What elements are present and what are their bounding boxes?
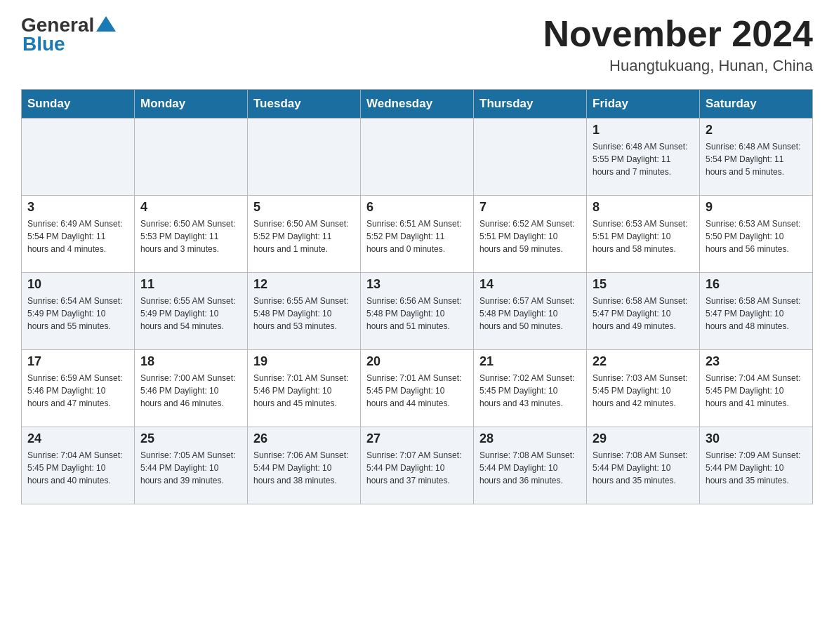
day-info: Sunrise: 7:02 AM Sunset: 5:45 PM Dayligh… — [479, 372, 581, 410]
calendar-cell — [361, 119, 474, 196]
calendar-cell — [474, 119, 587, 196]
logo-blue-text: Blue — [21, 33, 65, 55]
day-number: 2 — [706, 123, 807, 137]
day-info: Sunrise: 7:08 AM Sunset: 5:44 PM Dayligh… — [593, 449, 694, 487]
calendar-week-row: 3Sunrise: 6:49 AM Sunset: 5:54 PM Daylig… — [22, 196, 813, 273]
day-number: 5 — [253, 200, 355, 215]
day-info: Sunrise: 6:48 AM Sunset: 5:54 PM Dayligh… — [706, 140, 807, 178]
day-info: Sunrise: 6:49 AM Sunset: 5:54 PM Dayligh… — [27, 217, 128, 255]
calendar-cell: 22Sunrise: 7:03 AM Sunset: 5:45 PM Dayli… — [587, 350, 700, 427]
day-info: Sunrise: 6:55 AM Sunset: 5:49 PM Dayligh… — [140, 295, 241, 333]
calendar-cell: 19Sunrise: 7:01 AM Sunset: 5:46 PM Dayli… — [248, 350, 361, 427]
day-info: Sunrise: 7:06 AM Sunset: 5:44 PM Dayligh… — [253, 449, 355, 487]
day-number: 11 — [140, 277, 241, 292]
calendar-cell: 28Sunrise: 7:08 AM Sunset: 5:44 PM Dayli… — [474, 427, 587, 504]
calendar-cell: 15Sunrise: 6:58 AM Sunset: 5:47 PM Dayli… — [587, 273, 700, 350]
calendar-header-tuesday: Tuesday — [248, 90, 361, 119]
calendar-week-row: 17Sunrise: 6:59 AM Sunset: 5:46 PM Dayli… — [22, 350, 813, 427]
day-info: Sunrise: 6:53 AM Sunset: 5:50 PM Dayligh… — [706, 217, 807, 255]
calendar-cell: 21Sunrise: 7:02 AM Sunset: 5:45 PM Dayli… — [474, 350, 587, 427]
day-info: Sunrise: 6:51 AM Sunset: 5:52 PM Dayligh… — [366, 217, 468, 255]
calendar-cell: 7Sunrise: 6:52 AM Sunset: 5:51 PM Daylig… — [474, 196, 587, 273]
calendar-cell: 5Sunrise: 6:50 AM Sunset: 5:52 PM Daylig… — [248, 196, 361, 273]
day-info: Sunrise: 7:07 AM Sunset: 5:44 PM Dayligh… — [366, 449, 468, 487]
logo: General Blue — [21, 14, 116, 55]
day-number: 12 — [253, 277, 355, 292]
day-number: 30 — [706, 431, 807, 446]
calendar-cell: 10Sunrise: 6:54 AM Sunset: 5:49 PM Dayli… — [22, 273, 135, 350]
calendar-header-monday: Monday — [135, 90, 248, 119]
day-number: 13 — [366, 277, 468, 292]
day-info: Sunrise: 7:09 AM Sunset: 5:44 PM Dayligh… — [706, 449, 807, 487]
calendar-header-thursday: Thursday — [474, 90, 587, 119]
calendar-cell: 17Sunrise: 6:59 AM Sunset: 5:46 PM Dayli… — [22, 350, 135, 427]
day-info: Sunrise: 6:53 AM Sunset: 5:51 PM Dayligh… — [593, 217, 694, 255]
day-info: Sunrise: 7:08 AM Sunset: 5:44 PM Dayligh… — [479, 449, 581, 487]
day-info: Sunrise: 6:58 AM Sunset: 5:47 PM Dayligh… — [593, 295, 694, 333]
day-info: Sunrise: 6:59 AM Sunset: 5:46 PM Dayligh… — [27, 372, 128, 410]
day-number: 28 — [479, 431, 581, 446]
calendar-cell: 6Sunrise: 6:51 AM Sunset: 5:52 PM Daylig… — [361, 196, 474, 273]
day-number: 19 — [253, 354, 355, 369]
day-info: Sunrise: 7:04 AM Sunset: 5:45 PM Dayligh… — [27, 449, 128, 487]
day-info: Sunrise: 6:57 AM Sunset: 5:48 PM Dayligh… — [479, 295, 581, 333]
calendar-week-row: 24Sunrise: 7:04 AM Sunset: 5:45 PM Dayli… — [22, 427, 813, 504]
calendar-table: SundayMondayTuesdayWednesdayThursdayFrid… — [21, 89, 813, 504]
day-info: Sunrise: 6:48 AM Sunset: 5:55 PM Dayligh… — [593, 140, 694, 178]
calendar-cell — [135, 119, 248, 196]
day-number: 29 — [593, 431, 694, 446]
day-number: 6 — [366, 200, 468, 215]
day-number: 24 — [27, 431, 128, 446]
calendar-cell: 1Sunrise: 6:48 AM Sunset: 5:55 PM Daylig… — [587, 119, 700, 196]
calendar-cell: 9Sunrise: 6:53 AM Sunset: 5:50 PM Daylig… — [700, 196, 813, 273]
calendar-cell: 23Sunrise: 7:04 AM Sunset: 5:45 PM Dayli… — [700, 350, 813, 427]
calendar-header-friday: Friday — [587, 90, 700, 119]
day-info: Sunrise: 6:54 AM Sunset: 5:49 PM Dayligh… — [27, 295, 128, 333]
day-number: 25 — [140, 431, 241, 446]
day-info: Sunrise: 6:50 AM Sunset: 5:52 PM Dayligh… — [253, 217, 355, 255]
calendar-cell: 26Sunrise: 7:06 AM Sunset: 5:44 PM Dayli… — [248, 427, 361, 504]
calendar-cell: 20Sunrise: 7:01 AM Sunset: 5:45 PM Dayli… — [361, 350, 474, 427]
calendar-cell — [22, 119, 135, 196]
calendar-cell: 4Sunrise: 6:50 AM Sunset: 5:53 PM Daylig… — [135, 196, 248, 273]
day-number: 3 — [27, 200, 128, 215]
calendar-week-row: 1Sunrise: 6:48 AM Sunset: 5:55 PM Daylig… — [22, 119, 813, 196]
day-info: Sunrise: 7:00 AM Sunset: 5:46 PM Dayligh… — [140, 372, 241, 410]
day-number: 26 — [253, 431, 355, 446]
location: Huangtukuang, Hunan, China — [543, 57, 813, 75]
day-number: 4 — [140, 200, 241, 215]
day-info: Sunrise: 6:55 AM Sunset: 5:48 PM Dayligh… — [253, 295, 355, 333]
day-info: Sunrise: 7:03 AM Sunset: 5:45 PM Dayligh… — [593, 372, 694, 410]
day-number: 1 — [593, 123, 694, 137]
calendar-cell: 8Sunrise: 6:53 AM Sunset: 5:51 PM Daylig… — [587, 196, 700, 273]
month-title: November 2024 — [543, 14, 813, 54]
day-number: 22 — [593, 354, 694, 369]
calendar-header-wednesday: Wednesday — [361, 90, 474, 119]
day-number: 21 — [479, 354, 581, 369]
calendar-cell: 18Sunrise: 7:00 AM Sunset: 5:46 PM Dayli… — [135, 350, 248, 427]
calendar-cell: 14Sunrise: 6:57 AM Sunset: 5:48 PM Dayli… — [474, 273, 587, 350]
calendar-cell: 24Sunrise: 7:04 AM Sunset: 5:45 PM Dayli… — [22, 427, 135, 504]
calendar-cell: 2Sunrise: 6:48 AM Sunset: 5:54 PM Daylig… — [700, 119, 813, 196]
day-number: 7 — [479, 200, 581, 215]
calendar-header-row: SundayMondayTuesdayWednesdayThursdayFrid… — [22, 90, 813, 119]
calendar-cell: 29Sunrise: 7:08 AM Sunset: 5:44 PM Dayli… — [587, 427, 700, 504]
calendar-week-row: 10Sunrise: 6:54 AM Sunset: 5:49 PM Dayli… — [22, 273, 813, 350]
day-number: 8 — [593, 200, 694, 215]
day-info: Sunrise: 6:50 AM Sunset: 5:53 PM Dayligh… — [140, 217, 241, 255]
calendar-header-sunday: Sunday — [22, 90, 135, 119]
day-number: 15 — [593, 277, 694, 292]
calendar-cell: 25Sunrise: 7:05 AM Sunset: 5:44 PM Dayli… — [135, 427, 248, 504]
day-number: 10 — [27, 277, 128, 292]
day-number: 20 — [366, 354, 468, 369]
calendar-header-saturday: Saturday — [700, 90, 813, 119]
day-info: Sunrise: 7:04 AM Sunset: 5:45 PM Dayligh… — [706, 372, 807, 410]
day-number: 9 — [706, 200, 807, 215]
day-info: Sunrise: 7:01 AM Sunset: 5:45 PM Dayligh… — [366, 372, 468, 410]
calendar-cell: 16Sunrise: 6:58 AM Sunset: 5:47 PM Dayli… — [700, 273, 813, 350]
day-info: Sunrise: 6:56 AM Sunset: 5:48 PM Dayligh… — [366, 295, 468, 333]
calendar-cell — [248, 119, 361, 196]
day-info: Sunrise: 6:58 AM Sunset: 5:47 PM Dayligh… — [706, 295, 807, 333]
day-number: 14 — [479, 277, 581, 292]
calendar-cell: 27Sunrise: 7:07 AM Sunset: 5:44 PM Dayli… — [361, 427, 474, 504]
